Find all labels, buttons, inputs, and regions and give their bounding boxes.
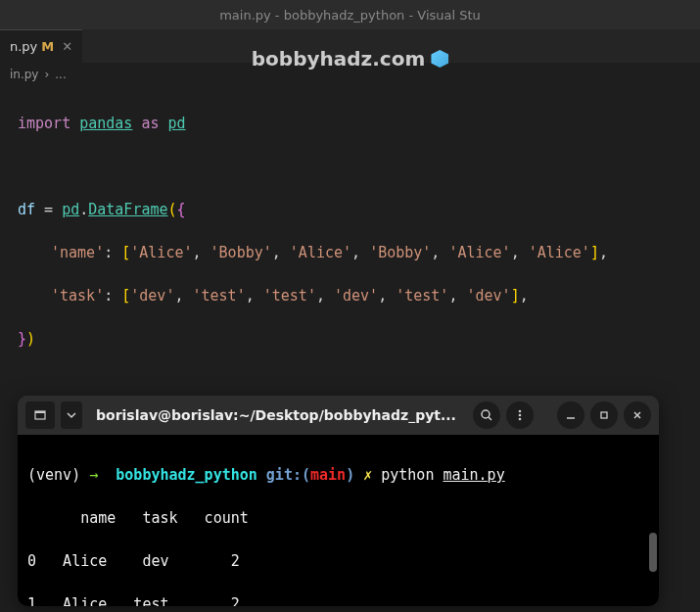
code-line: 'name': ['Alice', 'Bobby', 'Alice', 'Bob… [18, 242, 682, 263]
breadcrumb-more: ... [55, 68, 66, 81]
minimize-button[interactable] [557, 401, 584, 429]
terminal-line: 1 Alice test 2 [27, 593, 649, 606]
terminal-body[interactable]: (venv) → bobbyhadz_python git:(main) ✗ p… [18, 435, 659, 606]
terminal-window: borislav@borislav:~/Desktop/bobbyhadz_py… [18, 396, 659, 606]
close-button[interactable] [624, 401, 651, 429]
svg-rect-1 [35, 411, 45, 413]
svg-point-4 [519, 410, 522, 413]
terminal-title: borislav@borislav:~/Desktop/bobbyhadz_py… [88, 407, 467, 423]
svg-point-6 [519, 418, 522, 421]
code-line [18, 156, 682, 177]
breadcrumb-file: in.py [10, 68, 38, 81]
scrollbar[interactable] [649, 533, 657, 572]
close-icon[interactable]: ✕ [62, 39, 72, 54]
chevron-right-icon: › [44, 68, 49, 81]
code-line: import pandas as pd [18, 113, 682, 134]
watermark-text: bobbyhadz.com [252, 47, 425, 71]
code-line: 'task': ['dev', 'test', 'test', 'dev', '… [18, 285, 682, 306]
terminal-line: 0 Alice dev 2 [27, 550, 649, 572]
svg-line-3 [489, 417, 491, 420]
svg-rect-8 [601, 412, 607, 418]
menu-icon[interactable] [506, 401, 534, 429]
terminal-header: borislav@borislav:~/Desktop/bobbyhadz_py… [18, 396, 659, 435]
title-bar: main.py - bobbyhadz_python - Visual Stu [0, 0, 700, 29]
cube-icon [431, 50, 448, 68]
svg-point-5 [519, 414, 522, 417]
terminal-line: (venv) → bobbyhadz_python git:(main) ✗ p… [27, 464, 649, 486]
terminal-line: name task count [27, 507, 649, 529]
terminal-new-tab-button[interactable] [25, 401, 55, 429]
maximize-button[interactable] [590, 401, 618, 429]
code-line [18, 371, 682, 393]
svg-point-2 [482, 410, 490, 418]
terminal-dropdown-button[interactable] [61, 401, 82, 429]
tab-filename: n.py [10, 39, 37, 54]
window-title: main.py - bobbyhadz_python - Visual Stu [219, 8, 481, 23]
search-icon[interactable] [473, 401, 500, 429]
code-line: }) [18, 328, 682, 350]
code-line: df = pd.DataFrame({ [18, 199, 682, 220]
tab-modified-badge: M [41, 39, 54, 54]
tab-main-py[interactable]: n.py M ✕ [0, 29, 82, 64]
watermark: bobbyhadz.com [252, 47, 448, 71]
